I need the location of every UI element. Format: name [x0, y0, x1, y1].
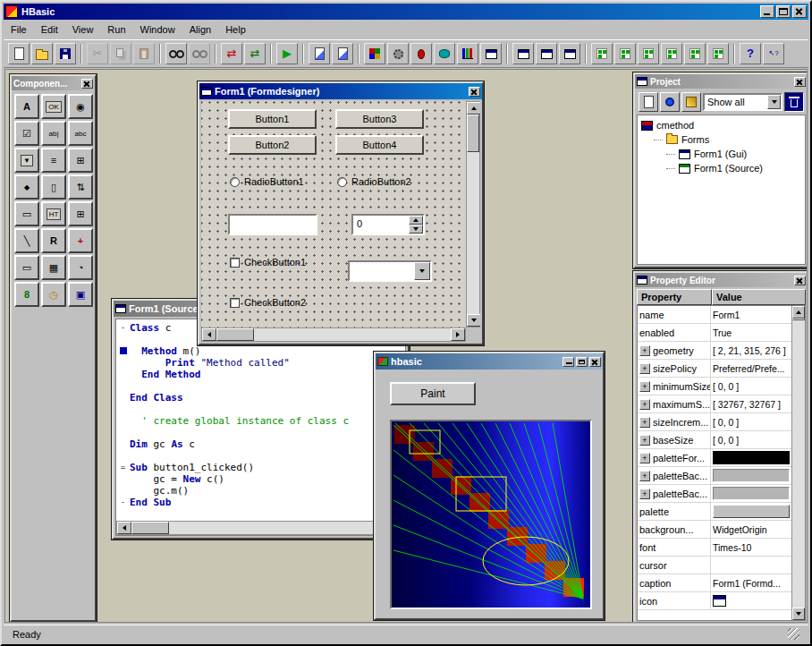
property-row[interactable]: sizeIncrem...[ 0, 0 ] [638, 413, 791, 431]
designer-spinbox[interactable]: 0 [351, 214, 425, 235]
source-h-scrollbar[interactable] [116, 521, 405, 535]
project-delete-button[interactable] [784, 92, 804, 112]
property-value-cell[interactable]: [ 0, 0 ] [711, 413, 791, 430]
component-scrollbar[interactable]: ▯ [41, 174, 66, 200]
debug-button[interactable] [410, 43, 432, 64]
component-table[interactable]: ⊞ [68, 201, 93, 226]
project-new-button[interactable] [639, 92, 658, 112]
designer-lineedit[interactable] [228, 214, 317, 235]
property-row[interactable]: backgroun...WidgetOrigin [638, 521, 791, 539]
app-maximize-button[interactable] [576, 357, 588, 367]
show-project-window-button[interactable] [559, 43, 580, 64]
find-next-button[interactable] [189, 43, 210, 64]
close-button[interactable] [792, 5, 807, 18]
scroll-thumb[interactable] [216, 328, 254, 341]
property-value-cell[interactable]: Preferred/Prefe... [711, 360, 791, 377]
component-dial[interactable]: ◔ [68, 255, 93, 280]
show-source-window-button[interactable] [536, 43, 557, 64]
property-name-cell[interactable]: backgroun... [638, 521, 711, 538]
designer-h-scrollbar[interactable] [201, 327, 466, 342]
property-editor-titlebar[interactable]: Property Editor [635, 273, 808, 287]
property-row[interactable]: paletteBac... [638, 467, 791, 485]
value-column-header[interactable]: Value [712, 289, 806, 305]
property-name-cell[interactable]: sizePolicy [638, 360, 711, 377]
property-row[interactable]: maximumS...[ 32767, 32767 ] [638, 395, 791, 413]
designer-button3[interactable]: Button3 [335, 109, 424, 129]
project-gui-button[interactable] [660, 92, 680, 112]
component-line[interactable]: ╲ [14, 228, 39, 253]
property-column-header[interactable]: Property [637, 289, 712, 305]
property-row[interactable]: paletteBac... [638, 485, 791, 503]
component-label[interactable]: A [14, 94, 39, 119]
property-row[interactable]: cursor [638, 557, 791, 574]
property-name-cell[interactable]: palette [638, 503, 711, 520]
property-row[interactable]: sizePolicyPreferred/Prefe... [638, 360, 791, 378]
fold-marker[interactable] [116, 345, 130, 357]
expander-icon[interactable] [639, 417, 650, 428]
property-row[interactable]: geometry[ 2, 21, 315, 276 ] [638, 342, 791, 360]
property-v-scrollbar[interactable] [791, 306, 805, 620]
property-name-cell[interactable]: caption [638, 574, 711, 591]
align-top-button[interactable] [638, 43, 659, 64]
component-spreadsheet[interactable]: ▦ [41, 255, 66, 280]
property-value-cell[interactable]: [ 32767, 32767 ] [711, 395, 791, 412]
component-palette-titlebar[interactable]: Componen... [12, 76, 95, 90]
property-value-cell[interactable]: Form1 [711, 306, 791, 323]
property-value-cell[interactable] [711, 557, 791, 574]
designer-checkbutton2[interactable]: CheckButton2 [230, 297, 306, 308]
project-close-button[interactable] [794, 77, 806, 87]
component-combobox[interactable]: ▼ [14, 148, 39, 173]
maximize-button[interactable] [776, 5, 791, 18]
scroll-thumb[interactable] [467, 115, 479, 152]
property-row[interactable]: palette [638, 503, 791, 521]
designer-button1[interactable]: Button1 [228, 109, 317, 129]
component-palette-close-button[interactable] [81, 79, 93, 89]
new-source-window-button[interactable] [332, 43, 353, 64]
component-multilineedit[interactable]: abc [68, 121, 93, 146]
property-name-cell[interactable]: cursor [638, 557, 711, 574]
code-lines[interactable]: -Class c Method m() Print "Method called… [116, 322, 405, 520]
fold-marker[interactable]: - [116, 497, 130, 508]
spin-down-button[interactable] [409, 225, 423, 234]
sync-gui-button[interactable]: ⇄ [221, 43, 242, 64]
component-lcdnumber[interactable]: 8 [14, 282, 39, 307]
property-value-cell[interactable]: Times-10 [711, 539, 791, 556]
tree-item-form1-source-[interactable]: Form1 (Source) [638, 161, 805, 175]
new-file-button[interactable] [8, 43, 30, 64]
scroll-track[interactable] [169, 522, 390, 534]
component-timer[interactable]: ◷ [41, 282, 66, 307]
tree-item-forms[interactable]: Forms [638, 132, 805, 147]
fold-marker[interactable]: - [116, 322, 130, 334]
sync-source-button[interactable]: ⇄ [244, 43, 266, 64]
paint-canvas[interactable] [390, 420, 592, 609]
property-name-cell[interactable]: geometry [638, 342, 711, 359]
component-pixmap[interactable]: ▣ [68, 282, 93, 307]
component-buttongroup[interactable]: ⊞ [68, 148, 93, 173]
property-row[interactable]: fontTimes-10 [638, 539, 791, 557]
component-layout[interactable]: + [68, 228, 93, 253]
component-palette-button[interactable] [364, 43, 385, 64]
scroll-up-button[interactable] [467, 102, 480, 115]
component-pushbutton[interactable]: OK [41, 94, 66, 119]
component-groupbox[interactable]: ▭ [14, 201, 39, 226]
property-name-cell[interactable]: minimumSize [638, 378, 711, 395]
property-name-cell[interactable]: enabled [638, 324, 711, 341]
copy-button[interactable] [110, 43, 131, 64]
component-radiobutton[interactable]: ◉ [68, 94, 93, 119]
component-htmlview[interactable]: HT [41, 201, 66, 226]
property-value-cell[interactable] [711, 503, 791, 520]
designer-checkbutton1[interactable]: CheckButton1 [230, 257, 306, 268]
property-name-cell[interactable]: paletteBac... [638, 467, 711, 484]
resize-grip[interactable] [788, 628, 799, 640]
property-value-cell[interactable]: [ 2, 21, 315, 276 ] [711, 342, 791, 359]
menu-help[interactable]: Help [218, 21, 253, 38]
property-name-cell[interactable]: font [638, 539, 711, 556]
designer-button2[interactable]: Button2 [228, 135, 317, 155]
property-row[interactable]: nameForm1 [638, 306, 791, 324]
property-row[interactable]: baseSize[ 0, 0 ] [638, 431, 791, 449]
designer-button4[interactable]: Button4 [335, 135, 424, 155]
form-designer-close-button[interactable] [469, 87, 480, 97]
property-row[interactable]: captionForm1 (Formd... [638, 574, 791, 592]
expander-icon[interactable] [639, 399, 650, 410]
designer-combobox[interactable] [348, 260, 432, 282]
